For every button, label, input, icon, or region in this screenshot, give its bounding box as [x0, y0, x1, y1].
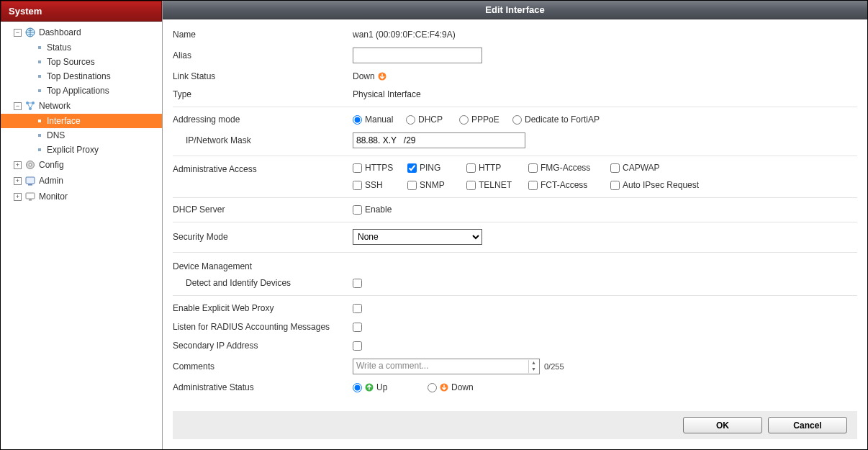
collapse-icon[interactable]: −	[14, 29, 22, 37]
security-mode-label: Security Mode	[173, 232, 353, 242]
radio-up[interactable]	[353, 383, 362, 392]
tree-leaf-top-destinations[interactable]: Top Destinations	[1, 69, 162, 84]
page-title: Edit Interface	[163, 1, 867, 19]
radio-down[interactable]	[428, 383, 437, 392]
device-management-label: Device Management	[173, 261, 353, 271]
arrow-down-icon	[440, 383, 448, 392]
explicit-proxy-label: Enable Explicit Web Proxy	[173, 303, 353, 313]
tree-leaf-interface[interactable]: Interface	[1, 114, 162, 128]
bullet-icon	[38, 46, 41, 49]
tree-leaf-top-sources[interactable]: Top Sources	[1, 55, 162, 69]
access-http[interactable]: HTTP	[466, 163, 525, 173]
spinner-icons[interactable]: ▲▼	[528, 360, 538, 373]
checkbox-detect-devices[interactable]	[353, 279, 362, 288]
access-telnet[interactable]: TELNET	[466, 180, 525, 190]
alias-input[interactable]	[353, 48, 482, 63]
dhcp-enable[interactable]: Enable	[353, 204, 396, 215]
checkbox-autoipsec[interactable]	[610, 181, 620, 190]
access-fmg[interactable]: FMG-Access	[528, 163, 607, 173]
expand-icon[interactable]: +	[14, 161, 22, 169]
tree-leaf-top-applications[interactable]: Top Applications	[1, 84, 162, 98]
tree-label: Dashboard	[39, 27, 81, 37]
monitor-icon	[24, 191, 36, 202]
name-value: wan1 (00:09:0F:CE:F4:9A)	[353, 30, 857, 40]
ip-mask-input[interactable]	[353, 132, 525, 148]
addressing-mode-dhcp[interactable]: DHCP	[406, 114, 449, 125]
ok-button[interactable]: OK	[683, 417, 762, 433]
tree-node-monitor[interactable]: + Monitor	[1, 189, 162, 204]
dhcp-server-label: DHCP Server	[173, 204, 353, 215]
checkbox-fmg[interactable]	[528, 163, 538, 173]
tree-leaf-explicit-proxy[interactable]: Explicit Proxy	[1, 143, 162, 157]
checkbox-explicit-proxy[interactable]	[353, 304, 362, 313]
cancel-button[interactable]: Cancel	[768, 417, 847, 433]
link-status-value: Down	[353, 71, 375, 81]
admin-status-up[interactable]: Up	[353, 382, 417, 392]
radio-fortiap[interactable]	[512, 115, 522, 125]
checkbox-http[interactable]	[466, 163, 476, 173]
tree-node-dashboard[interactable]: − Dashboard	[1, 24, 162, 40]
tree-node-admin[interactable]: + Admin	[1, 173, 162, 189]
checkbox-snmp[interactable]	[407, 181, 417, 190]
radio-dhcp[interactable]	[406, 115, 415, 125]
sidebar: System − Dashboard Status Top Sources To…	[1, 1, 163, 449]
checkbox-secondary-ip[interactable]	[353, 341, 362, 351]
access-snmp[interactable]: SNMP	[407, 180, 464, 190]
radio-pppoe[interactable]	[459, 115, 469, 125]
access-https[interactable]: HTTPS	[353, 163, 404, 173]
admin-status-radio-group: Up Down	[353, 382, 474, 392]
checkbox-telnet[interactable]	[466, 181, 476, 190]
admin-status-label: Administrative Status	[173, 382, 353, 392]
access-fct[interactable]: FCT-Access	[528, 180, 607, 190]
addressing-mode-pppoe[interactable]: PPPoE	[459, 114, 502, 125]
admin-icon	[24, 175, 36, 186]
bullet-icon	[38, 134, 41, 137]
radio-manual[interactable]	[353, 115, 362, 125]
checkbox-fct[interactable]	[528, 181, 538, 190]
tree-label: Top Destinations	[47, 71, 111, 81]
bullet-icon	[38, 75, 41, 78]
access-autoipsec[interactable]: Auto IPsec Request	[610, 180, 718, 190]
access-ssh[interactable]: SSH	[353, 180, 404, 190]
checkbox-dhcp-enable[interactable]	[353, 205, 362, 215]
detect-devices-label: Detect and Identify Devices	[173, 278, 353, 288]
addressing-mode-fortiap[interactable]: Dedicate to FortiAP	[512, 114, 600, 125]
main-panel: Edit Interface Name wan1 (00:09:0F:CE:F4…	[163, 1, 867, 449]
admin-status-down[interactable]: Down	[428, 382, 474, 392]
tree-leaf-dns[interactable]: DNS	[1, 128, 162, 143]
checkbox-ssh[interactable]	[353, 181, 362, 190]
tree-label: Top Applications	[47, 86, 109, 96]
ip-mask-label: IP/Network Mask	[173, 135, 353, 145]
comments-input[interactable]: Write a comment... ▲▼	[353, 359, 540, 374]
addressing-mode-manual[interactable]: Manual	[353, 114, 396, 125]
expand-icon[interactable]: +	[14, 193, 22, 201]
tree-label: Monitor	[39, 192, 68, 202]
tree-node-config[interactable]: + Config	[1, 157, 162, 173]
expand-icon[interactable]: +	[14, 177, 22, 185]
checkbox-ping[interactable]	[407, 163, 417, 173]
tree-node-network[interactable]: − Network	[1, 98, 162, 114]
svg-rect-6	[26, 177, 35, 184]
tree-label: DNS	[47, 130, 65, 140]
type-value: Physical Interface	[353, 89, 857, 99]
svg-rect-9	[29, 199, 32, 201]
arrow-up-icon	[365, 383, 374, 392]
tree-label: Config	[39, 160, 64, 170]
tree-label: Interface	[47, 116, 81, 126]
tree-leaf-status[interactable]: Status	[1, 40, 162, 55]
alias-label: Alias	[173, 50, 353, 60]
secondary-ip-label: Secondary IP Address	[173, 341, 353, 351]
collapse-icon[interactable]: −	[14, 102, 22, 110]
checkbox-radius[interactable]	[353, 323, 362, 332]
access-ping[interactable]: PING	[407, 163, 464, 173]
checkbox-https[interactable]	[353, 163, 362, 173]
security-mode-select[interactable]: None	[353, 229, 482, 245]
tree-label: Network	[39, 101, 71, 111]
access-capwap[interactable]: CAPWAP	[610, 163, 718, 173]
addressing-mode-label: Addressing mode	[173, 114, 353, 125]
globe-icon	[24, 27, 36, 38]
comments-placeholder: Write a comment...	[356, 361, 428, 371]
bullet-icon	[38, 120, 41, 122]
checkbox-capwap[interactable]	[610, 163, 620, 173]
svg-rect-8	[26, 193, 35, 199]
